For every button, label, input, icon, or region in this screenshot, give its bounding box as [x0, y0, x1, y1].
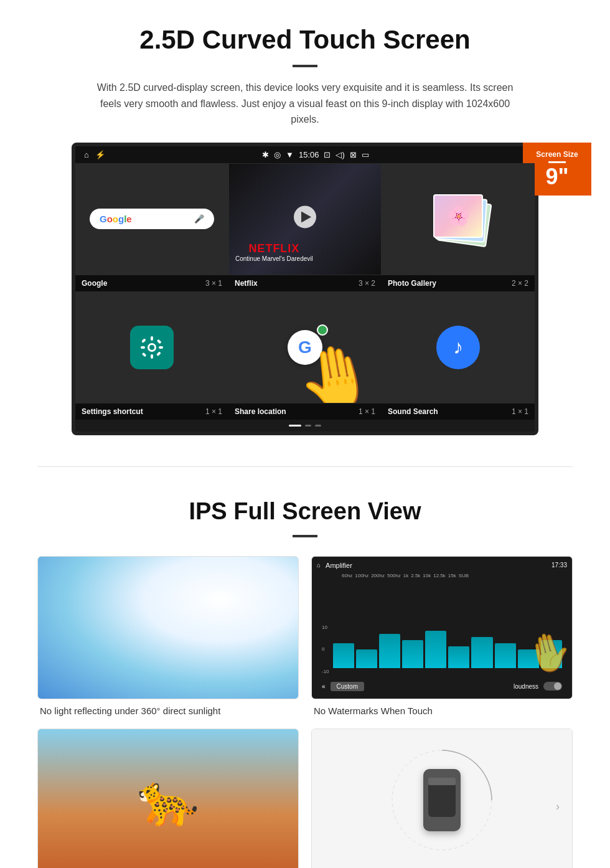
svg-rect-7: [156, 351, 161, 356]
angle-arrow: ›: [556, 800, 560, 813]
svg-rect-2: [151, 336, 153, 341]
pagination-dots: [75, 420, 535, 432]
features-grid: No light reflecting under 360° direct su…: [37, 556, 573, 868]
eq-bar-2: [356, 649, 377, 668]
google-label: Google: [82, 279, 107, 288]
title-underline: [293, 65, 317, 67]
eq-loudness-label: loudness: [514, 683, 538, 690]
feature-img-cheetah: 🐆: [37, 729, 299, 868]
svg-point-1: [149, 345, 154, 350]
settings-icon-wrap: [130, 326, 174, 369]
google-search-bar[interactable]: Google 🎤: [90, 209, 214, 229]
feature-label-watermark: No Watermarks When Touch: [311, 705, 573, 716]
bluetooth-icon: ✱: [262, 150, 269, 159]
status-center: ✱ ◎ ▼ 15:06 ⊡ ◁) ⊠ ▭: [262, 150, 369, 159]
volume-icon: ◁): [336, 150, 344, 159]
amp-header: ⌂ Amplifier 17:33: [317, 562, 567, 569]
eq-custom-btn: Custom: [331, 682, 364, 691]
cheetah-emoji: 🐆: [137, 771, 199, 829]
dot-active: [289, 425, 301, 427]
gallery-label-row: Photo Gallery 2 × 2: [382, 275, 535, 291]
section-divider: [37, 466, 573, 467]
eq-freq-labels: 60hz100hz200hz500hz1k2.5k10k12.5k15kSUB: [317, 573, 567, 578]
play-icon: [301, 211, 311, 222]
dot-2: [315, 425, 321, 427]
eq-bar-8: [495, 643, 516, 668]
wifi-icon: ▼: [286, 150, 294, 159]
eq-loudness-toggle[interactable]: [543, 682, 562, 691]
feature-watermark: ⌂ Amplifier 17:33 60hz100hz200hz500hz1k2…: [311, 556, 573, 716]
feature-img-watermark: ⌂ Amplifier 17:33 60hz100hz200hz500hz1k2…: [311, 556, 573, 699]
section1-title: 2.5D Curved Touch Screen: [37, 25, 573, 55]
section2-title: IPS Full Screen View: [37, 498, 573, 525]
feature-cheetah: 🐆 Super Fast Response: [37, 729, 299, 868]
flower-emoji: 🌸: [434, 196, 482, 237]
cheetah-visual: 🐆: [38, 729, 298, 868]
eq-y-axis: 100-10: [322, 625, 332, 674]
car-angle-wrap: [386, 744, 498, 856]
share-label: Share location: [235, 407, 286, 416]
eq-bar-4: [402, 640, 423, 668]
screen-badge-label: Screen Size: [533, 150, 581, 159]
section1-description: With 2.5D curved-display screen, this de…: [87, 80, 523, 128]
device-wrapper: Screen Size 9" ⌂ ⚡ ✱ ◎ ▼ 15:06 ⊡ ◁): [56, 143, 554, 435]
netflix-cell[interactable]: NETFLIX Continue Marvel's Daredevil: [228, 163, 382, 275]
netflix-subtitle: Continue Marvel's Daredevil: [235, 255, 313, 262]
gallery-cell[interactable]: 🌸: [382, 163, 535, 275]
eq-bar-7: [471, 637, 492, 668]
status-left: ⌂ ⚡: [84, 150, 105, 159]
photo-stack: 🌸: [427, 188, 489, 250]
gallery-size: 2 × 2: [512, 279, 528, 288]
feature-img-car: ›: [311, 729, 573, 868]
svg-rect-5: [159, 346, 163, 349]
share-size: 1 × 1: [359, 407, 375, 416]
section2-underline: [293, 535, 317, 537]
settings-size: 1 × 1: [205, 407, 222, 416]
eq-bar-6: [448, 646, 469, 668]
feature-label-sunlight: No light reflecting under 360° direct su…: [37, 705, 299, 716]
share-location-cell[interactable]: G 🤚: [228, 291, 382, 403]
google-logo: Google: [100, 214, 132, 224]
window-icon: ▭: [362, 150, 369, 159]
section-curved-screen: 2.5D Curved Touch Screen With 2.5D curve…: [0, 0, 610, 448]
settings-cell[interactable]: [75, 291, 228, 403]
screen-badge-size: 9": [533, 166, 581, 188]
gallery-label: Photo Gallery: [388, 279, 436, 288]
car-roof-top: [428, 783, 456, 817]
sound-size: 1 × 1: [512, 407, 528, 416]
svg-rect-3: [151, 354, 153, 359]
eq-bar-3: [379, 634, 400, 668]
netflix-size: 3 × 2: [359, 279, 375, 288]
feature-sunlight: No light reflecting under 360° direct su…: [37, 556, 299, 716]
camera-icon: ⊡: [324, 150, 331, 159]
toggle-knob: [554, 682, 561, 690]
car-windshield: [428, 778, 456, 785]
google-label-row: Google 3 × 1: [75, 275, 228, 291]
google-cell[interactable]: Google 🎤: [75, 163, 228, 275]
feature-car: › Large Viewing Angle: [311, 729, 573, 868]
play-button[interactable]: [294, 205, 316, 228]
netflix-label-row: Netflix 3 × 2: [228, 275, 382, 291]
sunlight-visual: [38, 557, 298, 699]
google-size: 3 × 1: [205, 279, 222, 288]
app-labels-top: Google 3 × 1 Netflix 3 × 2 Photo Gallery…: [75, 275, 535, 291]
sound-search-cell[interactable]: ♪: [382, 291, 535, 403]
app-labels-bottom: Settings shortcut 1 × 1 Share location 1…: [75, 403, 535, 420]
amp-title: Amplifier: [326, 562, 352, 569]
car-visual: ›: [312, 729, 572, 868]
location-icon: ◎: [274, 150, 281, 159]
photo-card-1: 🌸: [433, 194, 483, 238]
maps-dot: [317, 324, 328, 336]
dot-1: [305, 425, 311, 427]
settings-label-row: Settings shortcut 1 × 1: [75, 403, 228, 420]
app-grid-top: Google 🎤 NETFLIX Continue Marvel's Dared…: [75, 163, 535, 275]
eq-bar-1: [333, 643, 354, 668]
eq-bottom: « Custom loudness: [317, 679, 567, 694]
settings-gear-icon: [139, 335, 164, 360]
svg-rect-6: [141, 338, 146, 343]
netflix-label: Netflix: [235, 279, 258, 288]
eq-prev: «: [322, 683, 326, 690]
svg-rect-8: [157, 339, 162, 344]
sound-label-row: Sound Search 1 × 1: [382, 403, 535, 420]
home-icon: ⌂: [84, 150, 89, 159]
